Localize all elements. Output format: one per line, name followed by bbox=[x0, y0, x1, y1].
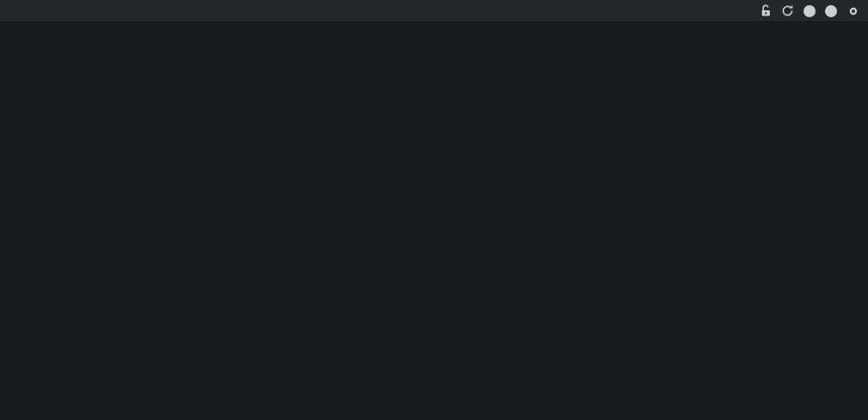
settings-gear-icon[interactable] bbox=[846, 4, 860, 18]
toolbar bbox=[0, 0, 868, 22]
zoom-in-button[interactable] bbox=[803, 5, 816, 17]
refresh-icon[interactable] bbox=[781, 4, 794, 17]
zoom-out-button[interactable] bbox=[825, 5, 837, 17]
toolbar-right bbox=[751, 4, 860, 18]
unlock-icon[interactable] bbox=[760, 4, 772, 17]
kline-chart[interactable] bbox=[0, 22, 868, 420]
kline-app bbox=[0, 0, 868, 420]
